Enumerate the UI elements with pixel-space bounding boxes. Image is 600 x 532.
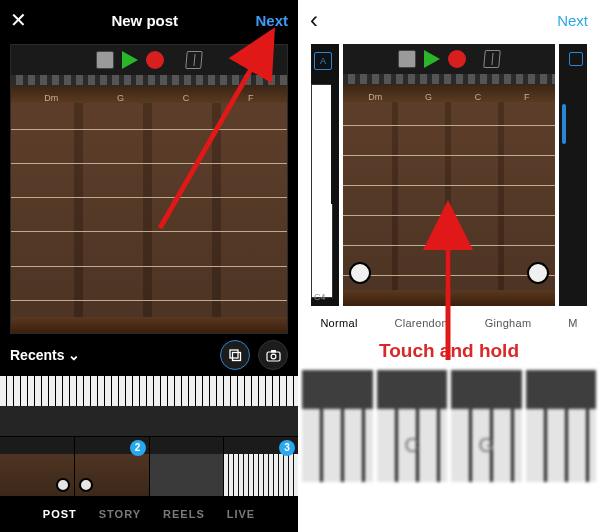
record-icon — [146, 51, 164, 69]
chord-label: F — [248, 93, 254, 103]
edit-stage: A C4 Dm G C F — [298, 40, 600, 310]
svg-rect-2 — [267, 352, 280, 361]
filter-thumb[interactable] — [302, 370, 373, 482]
metronome-icon — [185, 51, 203, 69]
tuner-icon: A — [314, 52, 332, 70]
chord-label: G — [425, 92, 432, 102]
knob-icon — [56, 478, 70, 492]
chord-row: Dm G C F — [343, 84, 555, 102]
filter-tab[interactable]: Normal — [320, 317, 357, 329]
selection-badge: 3 — [279, 440, 295, 456]
multi-select-button[interactable] — [220, 340, 250, 370]
mode-tab[interactable]: REELS — [163, 508, 205, 520]
grid-item[interactable] — [0, 376, 298, 436]
chord-label: C — [475, 92, 482, 102]
guitar-neck — [343, 102, 555, 290]
guitar-app-preview: Dm G C F — [343, 44, 555, 306]
svg-rect-4 — [271, 350, 276, 353]
mode-tab[interactable]: STORY — [99, 508, 141, 520]
grid-item[interactable] — [150, 437, 224, 497]
track-indicator — [562, 104, 566, 144]
grid-item[interactable] — [0, 437, 74, 497]
filter-thumb[interactable]: G — [451, 370, 522, 482]
filter-tab[interactable]: Clarendon — [394, 317, 447, 329]
annotation-text: Touch and hold — [298, 336, 600, 366]
play-icon — [122, 51, 138, 69]
piano-thumbnail — [0, 376, 298, 406]
stop-icon — [398, 50, 416, 68]
prev-media-sliver[interactable]: A C4 — [311, 44, 339, 306]
media-preview[interactable]: Dm G C F — [10, 44, 288, 334]
filter-thumb[interactable] — [526, 370, 597, 482]
album-label: Recents — [10, 347, 64, 363]
right-screenshot: ‹ Next A C4 Dm G — [298, 0, 600, 532]
metronome-icon — [483, 50, 501, 68]
ruler — [11, 75, 287, 85]
chord-label: Dm — [368, 92, 382, 102]
svg-rect-1 — [233, 353, 241, 361]
key-label: C4 — [314, 292, 326, 302]
play-icon — [424, 50, 440, 68]
piano-key — [311, 84, 333, 298]
chord-label: Dm — [44, 93, 58, 103]
next-media-sliver[interactable] — [559, 44, 587, 306]
filter-thumb[interactable]: C — [377, 370, 448, 482]
filter-tab[interactable]: M — [568, 317, 577, 329]
stop-icon — [96, 51, 114, 69]
record-icon — [448, 50, 466, 68]
grid-item[interactable]: 2 — [75, 437, 149, 497]
svg-rect-0 — [230, 350, 238, 358]
page-title: New post — [34, 12, 255, 29]
filter-tab[interactable]: Gingham — [485, 317, 532, 329]
guitar-neck — [11, 103, 287, 317]
close-button[interactable]: ✕ — [10, 8, 34, 32]
grid-item[interactable]: 3 — [224, 437, 298, 497]
chevron-down-icon: ⌄ — [68, 347, 80, 363]
media-grid: 2 3 — [0, 376, 298, 496]
camera-button[interactable] — [258, 340, 288, 370]
chord-label: G — [117, 93, 124, 103]
selection-badge: 2 — [130, 440, 146, 456]
album-picker[interactable]: Recents ⌄ — [10, 347, 80, 363]
album-picker-row: Recents ⌄ — [0, 334, 298, 376]
post-mode-tabs: POST STORY REELS LIVE — [0, 500, 298, 528]
edit-header: ‹ Next — [298, 0, 600, 40]
left-screenshot: ✕ New post Next Dm G C F — [0, 0, 298, 532]
back-button[interactable]: ‹ — [310, 6, 334, 34]
chord-label: C — [183, 93, 190, 103]
current-media[interactable]: Dm G C F — [343, 44, 555, 306]
svg-point-3 — [271, 354, 276, 359]
guitar-app-preview: Dm G C F — [11, 45, 287, 333]
next-button[interactable]: Next — [557, 12, 588, 29]
new-post-header: ✕ New post Next — [0, 0, 298, 40]
chord-row: Dm G C F — [11, 85, 287, 103]
mode-tab[interactable]: POST — [43, 508, 77, 520]
filter-row: Normal Clarendon Gingham M — [298, 310, 600, 336]
ruler — [343, 74, 555, 84]
knob-icon — [79, 478, 93, 492]
mode-tab[interactable]: LIVE — [227, 508, 255, 520]
filter-thumbnails: C G — [298, 366, 600, 486]
knob-icon — [527, 262, 549, 284]
chord-label: F — [524, 92, 530, 102]
tuner-icon — [569, 52, 583, 66]
next-button[interactable]: Next — [255, 12, 288, 29]
black-key — [331, 84, 339, 204]
knob-icon — [349, 262, 371, 284]
